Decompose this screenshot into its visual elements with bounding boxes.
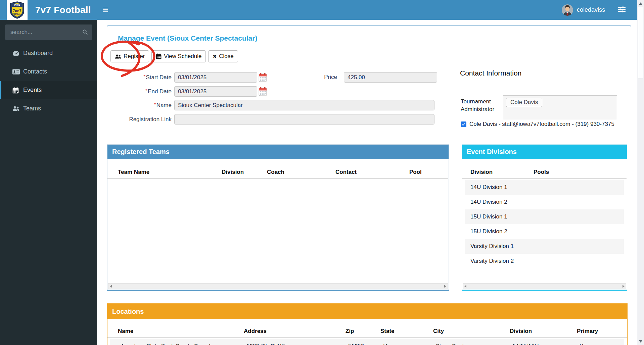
division-name: 14U Division 1	[470, 184, 507, 190]
register-button-label: Register	[124, 53, 145, 60]
scroll-left-icon[interactable]	[110, 285, 112, 288]
location-cell-name: American State Bank Sports Complex	[121, 343, 216, 345]
datepicker-calendar-icon	[259, 87, 267, 96]
tournament-admin-row: Tournament Administrator Cole Davis	[460, 77, 630, 114]
division-row[interactable]: 15U Division 1	[465, 209, 624, 224]
col-division: Division	[510, 328, 532, 335]
col-pool: Pool	[409, 169, 422, 176]
scroll-right-icon[interactable]	[623, 285, 625, 288]
event-divisions-hscrollbar[interactable]	[463, 283, 626, 289]
main-content: Manage Event (Sioux Center Spectacular) …	[97, 20, 637, 345]
event-name-input[interactable]	[174, 100, 434, 110]
division-row[interactable]: 14U Division 2	[465, 195, 624, 209]
page-title: Manage Event (Sioux Center Spectacular)	[118, 34, 257, 42]
division-row[interactable]: Varsity Division 2	[465, 254, 624, 268]
name-label: *Name	[107, 102, 172, 109]
tournament-admin-box[interactable]: Cole Davis	[503, 95, 617, 120]
app-window: IOWA 7on7 FOOTBALL 7v7 Football	[0, 0, 644, 345]
start-date-picker-button[interactable]	[259, 73, 267, 82]
crest-logo-icon: IOWA 7on7 FOOTBALL	[9, 1, 26, 19]
scrollbar-thumb[interactable]	[638, 7, 643, 79]
sidebar-item-label: Contacts	[23, 68, 47, 75]
event-divisions-column-headers: Division Pools	[462, 166, 627, 179]
search-box	[5, 24, 92, 40]
start-date-input[interactable]	[174, 72, 257, 83]
registration-link-label: Registration Link	[107, 116, 172, 123]
close-button-label: Close	[219, 53, 233, 60]
registered-teams-title: Registered Teams	[107, 145, 449, 159]
division-row[interactable]: 15U Division 2	[465, 224, 624, 239]
brand[interactable]: IOWA 7on7 FOOTBALL 7v7 Football	[0, 0, 97, 20]
logo-text-mid: 7on7	[13, 8, 21, 12]
end-date-input[interactable]	[174, 86, 257, 97]
topbar: IOWA 7on7 FOOTBALL 7v7 Football	[0, 0, 637, 20]
logo-text-bottom: FOOTBALL	[12, 13, 21, 15]
gauge-icon	[12, 50, 20, 56]
sidebar-item-dashboard[interactable]: Dashboard	[0, 44, 97, 62]
scroll-right-icon[interactable]	[444, 285, 446, 288]
scroll-up-icon[interactable]	[639, 2, 642, 5]
locations-body: American State Bank Sports Complex1080 7…	[107, 339, 627, 345]
end-date-label: *End Date	[107, 88, 172, 95]
division-name: 15U Division 1	[470, 213, 507, 220]
col-division: Division	[470, 169, 493, 176]
app-title: 7v7 Football	[35, 5, 91, 15]
col-contact: Contact	[335, 169, 357, 176]
registered-teams-hscrollbar[interactable]	[108, 283, 448, 289]
locations-title: Locations	[107, 304, 627, 319]
sidebar-item-teams[interactable]: Teams	[0, 99, 97, 118]
admin-chip[interactable]: Cole Davis	[506, 98, 542, 107]
division-name: Varsity Division 2	[470, 258, 514, 264]
price-label: Price	[304, 74, 337, 81]
contact-checkbox-label: Cole Davis - staff@iowa7v7football.com -…	[469, 121, 614, 128]
hamburger-icon	[103, 8, 108, 9]
users-icon	[12, 106, 20, 111]
price-input[interactable]	[344, 72, 437, 83]
toolbar: Register View S	[110, 50, 238, 62]
register-button[interactable]: Register	[110, 50, 149, 62]
sidebar-item-contacts[interactable]: Contacts	[0, 62, 97, 81]
avatar-icon	[562, 4, 573, 16]
location-cell-city: Sioux Center	[436, 343, 469, 345]
col-city: City	[433, 328, 444, 335]
scroll-left-icon[interactable]	[464, 285, 466, 288]
division-row[interactable]: 14U Division 1	[465, 180, 624, 195]
end-date-picker-button[interactable]	[259, 87, 267, 96]
col-division: Division	[222, 169, 244, 176]
registered-teams-column-headers: Team Name Division Coach Contact Pool	[107, 166, 448, 179]
contact-checkbox[interactable]	[461, 121, 466, 127]
logo-text-top: IOWA	[14, 4, 20, 6]
division-name: Varsity Division 1	[470, 243, 514, 249]
contact-information-heading: Contact Information	[460, 69, 630, 77]
view-schedule-button[interactable]: View Schedule	[151, 50, 206, 62]
settings-button[interactable]	[618, 6, 626, 14]
hamburger-menu-button[interactable]	[103, 4, 114, 16]
user-menu[interactable]: coledaviss	[562, 4, 605, 16]
event-divisions-body: 14U Division 114U Division 215U Division…	[462, 180, 627, 268]
page-vertical-scrollbar[interactable]	[637, 0, 644, 345]
location-cell-address: 1080 7th St NE	[246, 343, 285, 345]
username: coledaviss	[577, 6, 605, 13]
registration-link-input[interactable]	[174, 114, 434, 125]
sidebar-item-label: Dashboard	[23, 50, 53, 57]
division-name: 15U Division 2	[470, 228, 507, 235]
close-button[interactable]: ✖ Close	[208, 50, 238, 62]
contact-checkbox-row: Cole Davis - staff@iowa7v7football.com -…	[461, 121, 614, 128]
tournament-admin-label: Tournament Administrator	[461, 98, 502, 113]
col-state: State	[380, 328, 395, 335]
col-address: Address	[244, 328, 267, 335]
scroll-down-icon[interactable]	[639, 340, 642, 343]
event-divisions-panel: Event Divisions Division Pools 14U Divis…	[462, 144, 627, 291]
col-primary: Primary	[577, 328, 598, 335]
locations-panel: Locations Name Address Zip State City Di…	[107, 303, 628, 345]
location-row[interactable]: American State Bank Sports Complex1080 7…	[110, 339, 624, 345]
sidebar: Dashboard Contacts	[0, 20, 97, 345]
sidebar-item-events[interactable]: Events	[0, 81, 97, 99]
search-icon[interactable]	[82, 29, 88, 36]
search-input[interactable]	[5, 24, 92, 40]
event-divisions-title: Event Divisions	[462, 145, 627, 159]
sliders-icon	[618, 6, 626, 12]
division-row[interactable]: Varsity Division 1	[465, 239, 624, 254]
close-icon: ✖	[213, 54, 217, 59]
calendar-icon	[12, 87, 20, 94]
